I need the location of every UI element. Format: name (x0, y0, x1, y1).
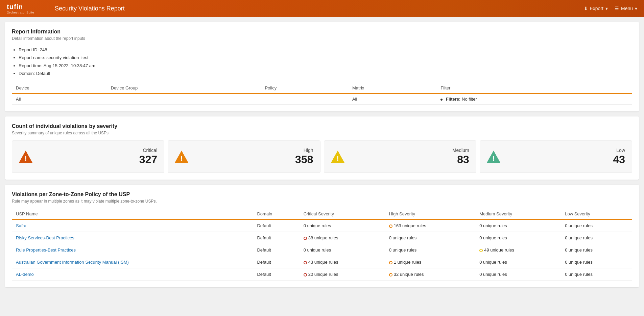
cell-high: 0 unique rules (385, 232, 475, 244)
usp-name-link[interactable]: Safra (16, 223, 26, 228)
medium-icon-wrapper: ! (329, 149, 346, 164)
table-row: Safra Default 0 unique rules 163 unique … (12, 219, 632, 232)
medium-triangle-icon: ! (330, 150, 345, 163)
logo-suite: OrchestratonSuite (7, 11, 34, 14)
cell-critical: 0 unique rules (300, 219, 385, 232)
table-row: Risky Services-Best Practices Default 38… (12, 232, 632, 244)
header: tufin OrchestratonSuite Security Violati… (0, 0, 644, 17)
col-matrix: Matrix (348, 83, 437, 94)
badge-orange-icon (389, 273, 392, 276)
usp-name-link[interactable]: AL-demo (16, 272, 34, 277)
page-title: Security Violations Report (55, 5, 583, 12)
cell-medium: 49 unique rules (475, 244, 561, 256)
filter-dot (440, 99, 443, 101)
severity-row: ! Critical 327 ! High 358 (12, 140, 632, 173)
col-device: Device (12, 83, 107, 94)
low-triangle-icon: ! (486, 150, 501, 163)
menu-icon: ☰ (615, 6, 619, 11)
col-filter: Filter (436, 83, 632, 94)
cell-device-group (107, 94, 261, 105)
critical-label: Critical (41, 148, 157, 153)
cell-critical: 20 unique rules (300, 268, 385, 280)
high-info: High 358 (197, 148, 313, 166)
cell-domain: Default (253, 232, 299, 244)
report-domain: Domain: Default (19, 70, 632, 77)
cell-medium: 0 unique rules (475, 256, 561, 268)
low-label: Low (509, 148, 625, 153)
col-device-group: Device Group (107, 83, 261, 94)
logo-tufin: tufin (7, 3, 34, 11)
cell-medium: 0 unique rules (475, 219, 561, 232)
badge-yellow-icon (479, 249, 483, 252)
severity-card: Count of individual violations by severi… (5, 116, 639, 180)
cell-domain: Default (253, 219, 299, 232)
usp-name-link[interactable]: Rule Properties-Best Practices (16, 247, 76, 253)
cell-filter: Filters: No filter (436, 94, 632, 105)
cell-critical: 43 unique rules (300, 256, 385, 268)
violations-table: USP Name Domain Critical Severity High S… (12, 209, 632, 281)
table-row: Australian Government Information Securi… (12, 256, 632, 268)
cell-critical: 38 unique rules (300, 232, 385, 244)
badge-orange-icon (389, 225, 392, 228)
cell-high: 32 unique rules (385, 268, 475, 280)
badge-red-icon (304, 273, 307, 276)
cell-usp-name[interactable]: Australian Government Information Securi… (12, 256, 253, 268)
col-usp-name: USP Name (12, 209, 253, 219)
menu-button[interactable]: ☰ Menu ▾ (615, 6, 637, 11)
main-content: Report Information Detail information ab… (0, 17, 644, 292)
col-high-sev: High Severity (385, 209, 475, 219)
svg-text:!: ! (492, 155, 495, 162)
report-info-subtitle: Detail information about the report inpu… (12, 36, 632, 41)
cell-high: 1 unique rules (385, 256, 475, 268)
badge-red-icon (304, 237, 307, 240)
cell-matrix: All (348, 94, 437, 105)
table-row: AL-demo Default 20 unique rules 32 uniqu… (12, 268, 632, 280)
cell-policy (261, 94, 348, 105)
medium-count: 83 (353, 153, 469, 166)
severity-low: ! Low 43 (480, 140, 632, 173)
violations-subtitle: Rule may appear in multiple zones as it … (12, 199, 632, 204)
col-low-sev: Low Severity (561, 209, 632, 219)
high-count: 358 (197, 153, 313, 166)
report-filter-table: Device Device Group Policy Matrix Filter… (12, 83, 632, 105)
header-actions: ⬇ Export ▾ ☰ Menu ▾ (584, 6, 638, 11)
usp-name-link[interactable]: Risky Services-Best Practices (16, 235, 74, 240)
usp-name-link[interactable]: Australian Government Information Securi… (16, 260, 129, 265)
cell-low: 0 unique rules (561, 244, 632, 256)
low-count: 43 (509, 153, 625, 166)
report-info-card: Report Information Detail information ab… (5, 22, 639, 111)
badge-red-icon (304, 261, 307, 264)
cell-usp-name[interactable]: Rule Properties-Best Practices (12, 244, 253, 256)
report-info-list: Report ID: 248 Report name: security vio… (12, 46, 632, 78)
cell-usp-name[interactable]: Risky Services-Best Practices (12, 232, 253, 244)
report-info-title: Report Information (12, 29, 632, 35)
cell-high: 0 unique rules (385, 244, 475, 256)
severity-critical: ! Critical 327 (12, 140, 164, 173)
col-domain: Domain (253, 209, 299, 219)
cell-medium: 0 unique rules (475, 268, 561, 280)
col-critical-sev: Critical Severity (300, 209, 385, 219)
violations-title: Violations per Zone-to-Zone Policy of th… (12, 191, 632, 198)
export-button[interactable]: ⬇ Export ▾ (584, 6, 608, 11)
critical-count: 327 (41, 153, 157, 166)
critical-triangle-icon: ! (18, 150, 33, 163)
report-name: Report name: security violation_test (19, 54, 632, 61)
svg-text:!: ! (181, 155, 183, 162)
severity-title: Count of individual violations by severi… (12, 123, 632, 129)
col-medium-sev: Medium Severity (475, 209, 561, 219)
cell-domain: Default (253, 268, 299, 280)
critical-info: Critical 327 (41, 148, 157, 166)
severity-subtitle: Severity summary of unique rules across … (12, 131, 632, 135)
low-info: Low 43 (509, 148, 625, 166)
cell-usp-name[interactable]: Safra (12, 219, 253, 232)
table-row: Rule Properties-Best Practices Default 0… (12, 244, 632, 256)
table-row: All All Filters: No filter (12, 94, 632, 105)
low-icon-wrapper: ! (485, 149, 502, 164)
severity-medium: ! Medium 83 (324, 140, 476, 173)
svg-text:!: ! (336, 155, 339, 162)
cell-medium: 0 unique rules (475, 232, 561, 244)
cell-usp-name[interactable]: AL-demo (12, 268, 253, 280)
col-policy: Policy (261, 83, 348, 94)
download-icon: ⬇ (584, 6, 588, 11)
logo: tufin OrchestratonSuite (7, 3, 34, 14)
